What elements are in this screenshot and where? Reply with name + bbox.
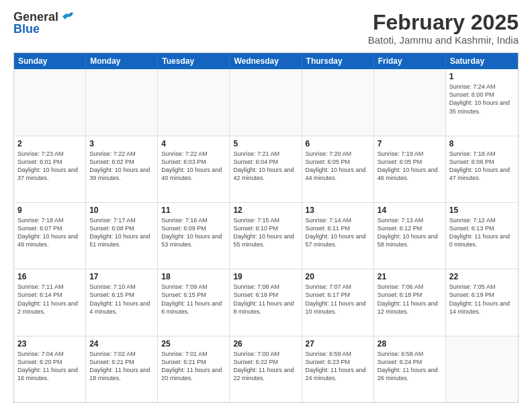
header-cell-monday: Monday — [86, 53, 158, 69]
day-number: 24 — [89, 339, 154, 349]
cell-details: Sunrise: 7:19 AM Sunset: 6:05 PM Dayligh… — [378, 150, 442, 183]
cal-cell-0-1 — [86, 69, 158, 135]
cal-cell-0-2 — [158, 69, 230, 135]
cal-cell-0-3 — [230, 69, 302, 135]
day-number: 25 — [161, 339, 226, 349]
cell-details: Sunrise: 7:07 AM Sunset: 6:17 PM Dayligh… — [306, 283, 370, 316]
cal-cell-3-4: 20Sunrise: 7:07 AM Sunset: 6:17 PM Dayli… — [302, 269, 374, 335]
day-number: 23 — [17, 339, 82, 349]
header-cell-saturday: Saturday — [446, 53, 518, 69]
cell-details: Sunrise: 7:14 AM Sunset: 6:11 PM Dayligh… — [306, 216, 370, 249]
cal-cell-2-0: 9Sunrise: 7:18 AM Sunset: 6:07 PM Daylig… — [14, 203, 86, 269]
cell-details: Sunrise: 7:05 AM Sunset: 6:19 PM Dayligh… — [449, 283, 515, 316]
day-number: 27 — [306, 339, 370, 349]
cell-details: Sunrise: 7:21 AM Sunset: 6:04 PM Dayligh… — [233, 150, 298, 183]
page: General Blue February 2025 Batoti, Jammu… — [0, 0, 532, 411]
day-number: 3 — [89, 139, 154, 148]
cell-details: Sunrise: 7:06 AM Sunset: 6:18 PM Dayligh… — [378, 283, 442, 316]
day-number: 13 — [306, 205, 370, 215]
logo-bird-icon — [60, 11, 75, 22]
day-number: 9 — [17, 205, 82, 215]
logo-blue: Blue — [13, 23, 40, 36]
cell-details: Sunrise: 7:02 AM Sunset: 6:21 PM Dayligh… — [89, 350, 154, 383]
day-number: 16 — [17, 272, 82, 281]
cell-details: Sunrise: 7:18 AM Sunset: 6:06 PM Dayligh… — [449, 150, 515, 183]
cell-details: Sunrise: 7:23 AM Sunset: 6:01 PM Dayligh… — [17, 150, 82, 183]
day-number: 10 — [89, 205, 154, 215]
cal-cell-2-2: 11Sunrise: 7:16 AM Sunset: 6:09 PM Dayli… — [158, 203, 230, 269]
header: General Blue February 2025 Batoti, Jammu… — [13, 11, 519, 46]
cal-cell-0-5 — [374, 69, 446, 135]
calendar-body: 1Sunrise: 7:24 AM Sunset: 6:00 PM Daylig… — [14, 69, 518, 402]
cal-cell-2-5: 14Sunrise: 7:13 AM Sunset: 6:12 PM Dayli… — [374, 203, 446, 269]
cell-details: Sunrise: 7:04 AM Sunset: 6:20 PM Dayligh… — [17, 350, 82, 383]
cal-cell-2-1: 10Sunrise: 7:17 AM Sunset: 6:08 PM Dayli… — [86, 203, 158, 269]
location: Batoti, Jammu and Kashmir, India — [368, 34, 519, 46]
cal-cell-4-6 — [446, 336, 518, 402]
cell-details: Sunrise: 7:08 AM Sunset: 6:16 PM Dayligh… — [233, 283, 298, 316]
day-number: 7 — [378, 139, 442, 148]
day-number: 8 — [449, 139, 515, 148]
cell-details: Sunrise: 7:18 AM Sunset: 6:07 PM Dayligh… — [17, 216, 82, 249]
day-number: 26 — [233, 339, 298, 349]
cell-details: Sunrise: 7:20 AM Sunset: 6:05 PM Dayligh… — [306, 150, 370, 183]
cal-cell-1-1: 3Sunrise: 7:22 AM Sunset: 6:02 PM Daylig… — [86, 136, 158, 202]
header-cell-wednesday: Wednesday — [230, 53, 302, 69]
cell-details: Sunrise: 7:24 AM Sunset: 6:00 PM Dayligh… — [449, 83, 515, 116]
header-cell-friday: Friday — [374, 53, 446, 69]
day-number: 1 — [449, 72, 515, 81]
day-number: 20 — [306, 272, 370, 281]
cal-cell-0-4 — [302, 69, 374, 135]
month-title: February 2025 — [368, 11, 519, 34]
cell-details: Sunrise: 6:58 AM Sunset: 6:24 PM Dayligh… — [378, 350, 442, 383]
cell-details: Sunrise: 7:09 AM Sunset: 6:15 PM Dayligh… — [161, 283, 226, 316]
logo: General Blue — [13, 11, 75, 36]
cal-cell-3-3: 19Sunrise: 7:08 AM Sunset: 6:16 PM Dayli… — [230, 269, 302, 335]
cal-cell-1-5: 7Sunrise: 7:19 AM Sunset: 6:05 PM Daylig… — [374, 136, 446, 202]
day-number: 12 — [233, 205, 298, 215]
cell-details: Sunrise: 7:12 AM Sunset: 6:13 PM Dayligh… — [449, 216, 515, 249]
day-number: 11 — [161, 205, 226, 215]
header-cell-thursday: Thursday — [302, 53, 374, 69]
cal-cell-3-5: 21Sunrise: 7:06 AM Sunset: 6:18 PM Dayli… — [374, 269, 446, 335]
calendar-row-1: 2Sunrise: 7:23 AM Sunset: 6:01 PM Daylig… — [14, 136, 518, 202]
cell-details: Sunrise: 7:22 AM Sunset: 6:02 PM Dayligh… — [89, 150, 154, 183]
calendar: SundayMondayTuesdayWednesdayThursdayFrid… — [13, 52, 519, 403]
cal-cell-3-1: 17Sunrise: 7:10 AM Sunset: 6:15 PM Dayli… — [86, 269, 158, 335]
cell-details: Sunrise: 7:00 AM Sunset: 6:22 PM Dayligh… — [233, 350, 298, 383]
cal-cell-4-0: 23Sunrise: 7:04 AM Sunset: 6:20 PM Dayli… — [14, 336, 86, 402]
cal-cell-1-3: 5Sunrise: 7:21 AM Sunset: 6:04 PM Daylig… — [230, 136, 302, 202]
cell-details: Sunrise: 6:59 AM Sunset: 6:23 PM Dayligh… — [306, 350, 370, 383]
cal-cell-1-0: 2Sunrise: 7:23 AM Sunset: 6:01 PM Daylig… — [14, 136, 86, 202]
cal-cell-4-1: 24Sunrise: 7:02 AM Sunset: 6:21 PM Dayli… — [86, 336, 158, 402]
day-number: 15 — [449, 205, 515, 215]
cell-details: Sunrise: 7:11 AM Sunset: 6:14 PM Dayligh… — [17, 283, 82, 316]
cal-cell-1-6: 8Sunrise: 7:18 AM Sunset: 6:06 PM Daylig… — [446, 136, 518, 202]
calendar-row-2: 9Sunrise: 7:18 AM Sunset: 6:07 PM Daylig… — [14, 202, 518, 269]
cal-cell-1-2: 4Sunrise: 7:22 AM Sunset: 6:03 PM Daylig… — [158, 136, 230, 202]
day-number: 2 — [17, 139, 82, 148]
cal-cell-4-5: 28Sunrise: 6:58 AM Sunset: 6:24 PM Dayli… — [374, 336, 446, 402]
header-cell-sunday: Sunday — [14, 53, 86, 69]
day-number: 5 — [233, 139, 298, 148]
day-number: 21 — [378, 272, 442, 281]
cal-cell-2-4: 13Sunrise: 7:14 AM Sunset: 6:11 PM Dayli… — [302, 203, 374, 269]
cell-details: Sunrise: 7:17 AM Sunset: 6:08 PM Dayligh… — [89, 216, 154, 249]
calendar-row-0: 1Sunrise: 7:24 AM Sunset: 6:00 PM Daylig… — [14, 69, 518, 135]
cal-cell-4-4: 27Sunrise: 6:59 AM Sunset: 6:23 PM Dayli… — [302, 336, 374, 402]
day-number: 18 — [161, 272, 226, 281]
cal-cell-4-2: 25Sunrise: 7:01 AM Sunset: 6:21 PM Dayli… — [158, 336, 230, 402]
cell-details: Sunrise: 7:01 AM Sunset: 6:21 PM Dayligh… — [161, 350, 226, 383]
day-number: 14 — [378, 205, 442, 215]
cal-cell-3-6: 22Sunrise: 7:05 AM Sunset: 6:19 PM Dayli… — [446, 269, 518, 335]
day-number: 17 — [89, 272, 154, 281]
day-number: 6 — [306, 139, 370, 148]
cell-details: Sunrise: 7:22 AM Sunset: 6:03 PM Dayligh… — [161, 150, 226, 183]
day-number: 19 — [233, 272, 298, 281]
cal-cell-1-4: 6Sunrise: 7:20 AM Sunset: 6:05 PM Daylig… — [302, 136, 374, 202]
day-number: 28 — [378, 339, 442, 349]
header-cell-tuesday: Tuesday — [158, 53, 230, 69]
calendar-row-4: 23Sunrise: 7:04 AM Sunset: 6:20 PM Dayli… — [14, 336, 518, 402]
day-number: 4 — [161, 139, 226, 148]
cal-cell-0-0 — [14, 69, 86, 135]
